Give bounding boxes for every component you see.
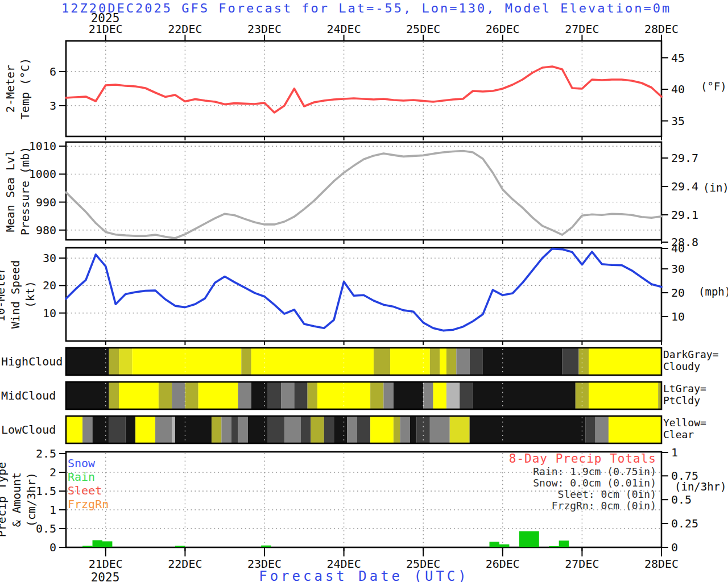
top-date-label: 24DEC <box>326 22 361 36</box>
cloud-segment <box>175 416 212 443</box>
2m_temp_c-line <box>66 66 661 113</box>
top-date-label: 26DEC <box>486 22 520 36</box>
bottom-date-label: 27DEC <box>565 557 599 571</box>
precip-left-tick-label: 2.5 <box>36 447 56 460</box>
wind-right-tick-label: 10 <box>671 310 685 323</box>
cloud-segment <box>172 382 185 409</box>
precip-totals-title: 8-Day Precip Totals <box>509 452 656 465</box>
precip-left-tick-label: 1.5 <box>36 484 56 498</box>
cloud-segment <box>440 348 446 375</box>
lowcloud-label: LowCloud <box>1 423 56 436</box>
cloud-segment <box>394 382 423 409</box>
cloud-segment <box>172 416 175 443</box>
pressure-panel-border <box>66 142 661 240</box>
cloud-segment <box>198 382 238 409</box>
precip-left-tick-label: 2 <box>49 465 56 479</box>
precip-right-tick-label: 0.5 <box>671 493 692 506</box>
cloud-segment <box>589 348 661 375</box>
meteogram-page: 363540459809901000101028.829.129.429.710… <box>0 0 728 582</box>
cloud-segment <box>66 348 109 375</box>
cloud-segment <box>483 348 562 375</box>
rain-bar <box>175 546 185 547</box>
cloud-segment <box>238 382 251 409</box>
midcloud-legend: LtGray= PtCldy <box>663 383 706 406</box>
cloud-segment <box>347 416 357 443</box>
cloud-segment <box>119 382 159 409</box>
cloud-segment <box>576 382 589 409</box>
bottom-date-label: 28DEC <box>644 557 679 571</box>
cloud-segment <box>400 416 410 443</box>
lowcloud-legend: Yellow= Clear <box>663 417 706 440</box>
pressure-left-tick-label: 1010 <box>29 139 56 153</box>
rain-bar <box>82 546 92 547</box>
cloud-segment <box>135 416 155 443</box>
temp-right-tick-label: 45 <box>671 51 685 65</box>
precip-type-legend: SnowRainSleetFrzgRn <box>68 456 109 511</box>
precip-totals: 8-Day Precip Totals Rain: 1.9cm (0.75in)… <box>509 452 656 512</box>
cloud-segment <box>370 416 394 443</box>
cloud-segment <box>374 348 390 375</box>
x-axis-title: Forecast Date (UTC) <box>222 568 506 582</box>
top-axis-year: 2025 <box>71 11 139 25</box>
precip-right-tick-label: 0 <box>671 541 678 554</box>
bottom-date-label: 22DEC <box>168 557 202 571</box>
cloud-segment <box>93 416 109 443</box>
cloud-segment <box>410 416 417 443</box>
rain-bar <box>519 531 539 547</box>
cloud-segment <box>324 416 334 443</box>
pressure-right-tick-label: 29.4 <box>671 180 698 193</box>
temp-right-unit: (°F) <box>701 80 727 93</box>
cloud-segment <box>311 416 324 443</box>
highcloud-label: HighCloud <box>1 355 63 368</box>
rain-bar <box>102 541 112 547</box>
rain-bar <box>549 546 559 547</box>
precip-left-tick-label: 1 <box>49 503 56 517</box>
temp-axis-label: 2-Meter Temp (°C) <box>3 58 32 119</box>
cloud-segment <box>268 416 284 443</box>
cloud-segment <box>231 416 238 443</box>
cloud-segment <box>185 382 198 409</box>
cloud-segment <box>119 348 132 375</box>
cloud-segment <box>301 416 311 443</box>
top-date-label: 23DEC <box>247 22 282 36</box>
cloud-segment <box>109 348 119 375</box>
cloud-segment <box>294 382 307 409</box>
cloud-segment <box>430 348 440 375</box>
cloud-segment <box>66 416 82 443</box>
cloud-segment <box>317 382 370 409</box>
cloud-segment <box>383 382 393 409</box>
cloud-segment <box>357 416 370 443</box>
wind-right-tick-label: 30 <box>671 262 685 276</box>
temp-right-tick-label: 40 <box>671 82 685 96</box>
cloud-segment <box>423 382 433 409</box>
cloud-segment <box>394 416 400 443</box>
precip-right-unit: (in/3hr) <box>675 480 727 493</box>
wind-axis-label: 10-Meter Wind Speed (kt) <box>0 260 38 329</box>
cloud-segment <box>248 416 268 443</box>
precip-right-tick-label: 0.25 <box>671 517 698 530</box>
bottom-axis-year: 2025 <box>71 571 139 582</box>
precip-total-line: FrzgRn: 0cm (0in) <box>509 500 656 512</box>
cloud-segment <box>281 382 294 409</box>
cloud-segment <box>132 348 241 375</box>
bottom-date-label: 21DEC <box>89 557 123 571</box>
cloud-segment <box>212 416 221 443</box>
precip-total-line: Sleet: 0cm (0in) <box>509 489 656 500</box>
cloud-segment <box>456 348 469 375</box>
cloud-segment <box>109 382 119 409</box>
precip-totals-lines: Rain: 1.9cm (0.75in)Snow: 0.0cm (0.01in)… <box>509 466 656 512</box>
pressure-right-tick-label: 29.7 <box>671 151 698 165</box>
pressure-left-tick-label: 990 <box>36 196 56 209</box>
cloud-segment <box>562 348 579 375</box>
cloud-segment <box>82 416 92 443</box>
cloud-segment <box>251 348 374 375</box>
cloud-segment <box>417 416 430 443</box>
cloud-segment <box>221 416 231 443</box>
highcloud-legend: DarkGray= Cloudy <box>663 348 719 372</box>
temp-left-tick-label: 3 <box>49 99 56 113</box>
cloud-segment <box>238 416 247 443</box>
wind-right-tick-label: 20 <box>671 286 685 300</box>
pressure-left-tick-label: 1000 <box>29 167 56 181</box>
cloud-segment <box>284 416 301 443</box>
cloud-segment <box>268 382 281 409</box>
